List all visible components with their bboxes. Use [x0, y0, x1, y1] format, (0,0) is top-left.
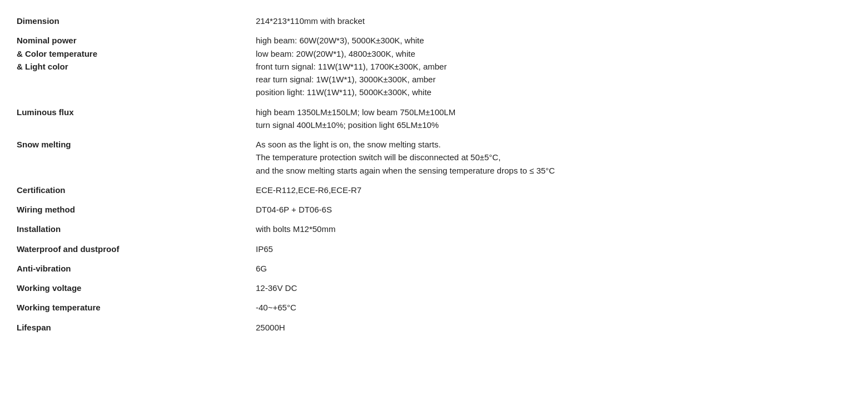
- spec-label: Anti-vibration: [17, 259, 256, 278]
- spec-value: with bolts M12*50mm: [256, 219, 851, 239]
- table-row: Snow meltingAs soon as the light is on, …: [17, 135, 851, 180]
- spec-label: Nominal power& Color temperature& Light …: [17, 31, 256, 102]
- table-row: CertificationECE-R112,ECE-R6,ECE-R7: [17, 180, 851, 200]
- table-row: Nominal power& Color temperature& Light …: [17, 31, 851, 102]
- spec-label: Lifespan: [17, 318, 256, 337]
- spec-value: 214*213*110mm with bracket: [256, 11, 851, 31]
- table-row: Lifespan25000H: [17, 318, 851, 337]
- spec-value: DT04-6P + DT06-6S: [256, 200, 851, 219]
- spec-label: Waterproof and dustproof: [17, 239, 256, 259]
- spec-label: Working temperature: [17, 298, 256, 317]
- spec-table: Dimension214*213*110mm with bracketNomin…: [17, 11, 851, 337]
- spec-label: Dimension: [17, 11, 256, 31]
- spec-value: 25000H: [256, 318, 851, 337]
- table-row: Anti-vibration6G: [17, 259, 851, 278]
- spec-value: 12-36V DC: [256, 278, 851, 298]
- spec-label: Wiring method: [17, 200, 256, 219]
- table-row: Dimension214*213*110mm with bracket: [17, 11, 851, 31]
- table-row: Working temperature-40~+65°C: [17, 298, 851, 317]
- table-row: Wiring methodDT04-6P + DT06-6S: [17, 200, 851, 219]
- spec-value: high beam 1350LM±150LM; low beam 750LM±1…: [256, 102, 851, 135]
- spec-value: 6G: [256, 259, 851, 278]
- spec-value: As soon as the light is on, the snow mel…: [256, 135, 851, 180]
- table-row: Luminous fluxhigh beam 1350LM±150LM; low…: [17, 102, 851, 135]
- table-row: Waterproof and dustproofIP65: [17, 239, 851, 259]
- spec-value: ECE-R112,ECE-R6,ECE-R7: [256, 180, 851, 200]
- spec-label: Working voltage: [17, 278, 256, 298]
- spec-label: Installation: [17, 219, 256, 239]
- spec-label: Certification: [17, 180, 256, 200]
- spec-value: IP65: [256, 239, 851, 259]
- spec-value: high beam: 60W(20W*3), 5000K±300K, white…: [256, 31, 851, 102]
- spec-value: -40~+65°C: [256, 298, 851, 317]
- table-row: Working voltage12-36V DC: [17, 278, 851, 298]
- spec-label: Snow melting: [17, 135, 256, 180]
- spec-label: Luminous flux: [17, 102, 256, 135]
- table-row: Installationwith bolts M12*50mm: [17, 219, 851, 239]
